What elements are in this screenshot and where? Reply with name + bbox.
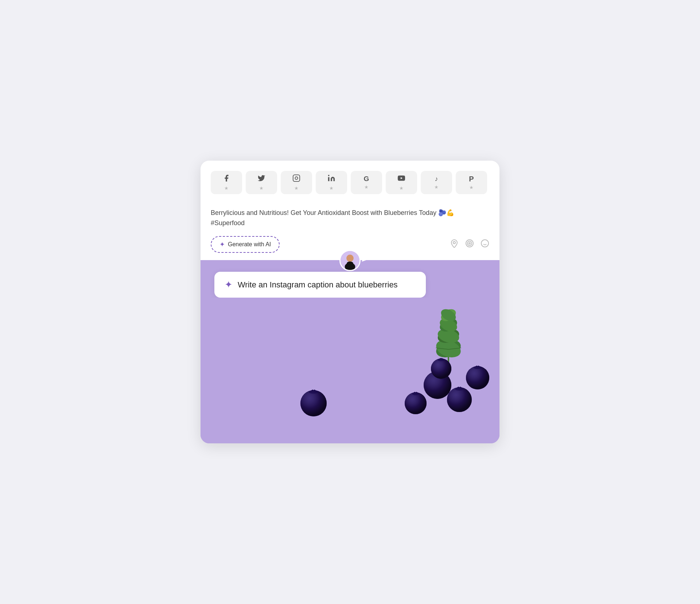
svg-point-6 bbox=[467, 241, 472, 246]
ai-bubble: ✦ Write an Instagram caption about blueb… bbox=[214, 272, 426, 298]
svg-point-40 bbox=[466, 366, 489, 389]
svg-point-12 bbox=[346, 255, 354, 262]
svg-point-37 bbox=[431, 358, 451, 379]
target-icon[interactable] bbox=[465, 239, 474, 250]
linkedin-star: ★ bbox=[329, 185, 334, 191]
tiktok-icon: ♪ bbox=[435, 175, 438, 183]
blueberry-scene-svg bbox=[201, 298, 499, 443]
google-star: ★ bbox=[364, 184, 369, 190]
sparkle-icon: ✦ bbox=[219, 240, 225, 248]
instagram-icon bbox=[292, 174, 300, 184]
social-item-tiktok[interactable]: ♪ ★ bbox=[421, 171, 452, 194]
svg-point-2 bbox=[328, 174, 330, 176]
ai-prompt-area: ✦ Write an Instagram caption about blueb… bbox=[201, 268, 499, 298]
purple-section: ✦ Write an Instagram caption about blueb… bbox=[201, 260, 499, 443]
location-icon[interactable] bbox=[450, 239, 459, 250]
tiktok-star: ★ bbox=[434, 184, 439, 190]
twitter-star: ★ bbox=[259, 185, 264, 191]
google-icon: G bbox=[364, 175, 369, 183]
social-item-google[interactable]: G ★ bbox=[351, 171, 382, 194]
social-item-instagram[interactable]: ★ bbox=[281, 171, 312, 194]
avatar bbox=[339, 250, 361, 271]
svg-rect-0 bbox=[293, 174, 300, 181]
caption-area: Berrylicious and Nutritious! Get Your An… bbox=[201, 201, 499, 228]
svg-point-7 bbox=[469, 243, 470, 244]
right-action-icons bbox=[450, 239, 489, 250]
social-bar: ★ ★ ★ ★ G ★ bbox=[201, 161, 499, 201]
youtube-star: ★ bbox=[399, 185, 404, 191]
ai-prompt-text: Write an Instagram caption about blueber… bbox=[238, 280, 398, 290]
svg-point-32 bbox=[455, 388, 464, 391]
avatar-wrapper bbox=[339, 250, 361, 271]
social-item-linkedin[interactable]: ★ bbox=[316, 171, 347, 194]
generate-ai-button[interactable]: ✦ Generate with AI bbox=[211, 236, 280, 253]
emoji-icon[interactable] bbox=[481, 239, 489, 250]
youtube-icon bbox=[397, 174, 405, 184]
svg-point-31 bbox=[447, 387, 472, 412]
pinterest-star: ★ bbox=[469, 185, 474, 190]
twitter-icon bbox=[257, 174, 265, 184]
main-card: ★ ★ ★ ★ G ★ bbox=[201, 161, 499, 444]
svg-point-34 bbox=[405, 392, 427, 414]
social-item-facebook[interactable]: ★ bbox=[211, 171, 242, 194]
caption-text: Berrylicious and Nutritious! Get Your An… bbox=[211, 208, 489, 228]
svg-point-14 bbox=[347, 262, 353, 266]
linkedin-icon bbox=[327, 174, 335, 184]
facebook-star: ★ bbox=[224, 185, 229, 191]
svg-point-8 bbox=[481, 240, 489, 247]
social-item-pinterest[interactable]: P ★ bbox=[456, 171, 487, 194]
social-item-twitter[interactable]: ★ bbox=[246, 171, 277, 194]
instagram-star: ★ bbox=[294, 185, 299, 191]
svg-point-43 bbox=[300, 390, 327, 416]
facebook-icon bbox=[222, 174, 230, 184]
pinterest-icon: P bbox=[469, 175, 474, 183]
ai-sparkle-icon: ✦ bbox=[225, 279, 233, 290]
social-item-youtube[interactable]: ★ bbox=[386, 171, 417, 194]
generate-btn-label: Generate with AI bbox=[228, 241, 271, 248]
blueberry-image bbox=[201, 298, 499, 443]
svg-point-4 bbox=[453, 242, 455, 244]
